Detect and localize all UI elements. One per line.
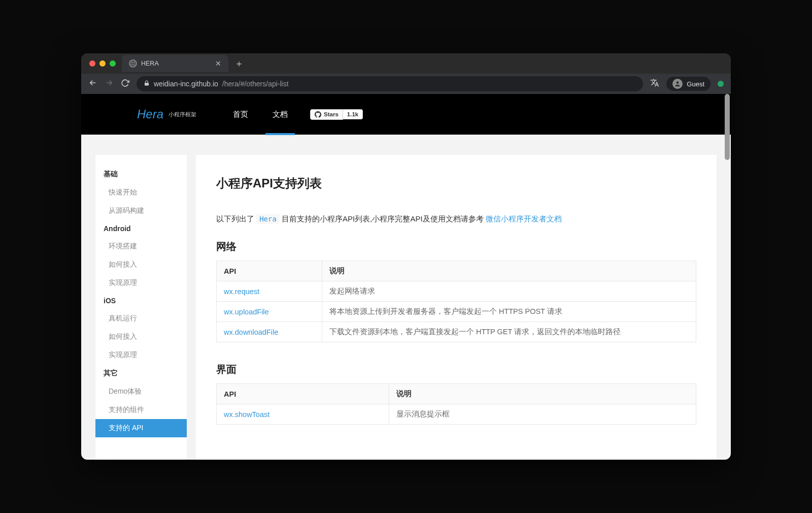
network-table: API 说明 wx.request 发起网络请求 wx.uploadFile 将… [216, 261, 696, 342]
github-count: 1.1k [343, 109, 363, 119]
titlebar: HERA ✕ ＋ [81, 53, 731, 74]
scrollbar-thumb[interactable] [725, 94, 730, 160]
extension-indicator[interactable] [718, 81, 724, 87]
sidebar: 基础 快速开始 从源码构建 Android 环境搭建 如何接入 实现原理 iOS… [95, 155, 187, 460]
th-api: API [217, 384, 389, 404]
close-tab-icon[interactable]: ✕ [215, 59, 221, 68]
sidebar-cat-ios: iOS [95, 292, 187, 309]
intro-code: Hera [256, 214, 280, 224]
intro-prefix: 以下列出了 [216, 214, 256, 223]
section-network-title: 网络 [216, 240, 696, 253]
api-link[interactable]: wx.showToast [217, 404, 389, 425]
profile-button[interactable]: Guest [666, 77, 710, 91]
table-row: wx.showToast 显示消息提示框 [217, 404, 696, 425]
sidebar-item-demo[interactable]: Demo体验 [95, 382, 187, 401]
github-label: Stars [324, 111, 339, 117]
sidebar-item-build-source[interactable]: 从源码构建 [95, 202, 187, 220]
sidebar-cat-android: Android [95, 220, 187, 237]
sidebar-item-android-principle[interactable]: 实现原理 [95, 274, 187, 292]
logo[interactable]: Hera [137, 107, 163, 121]
lock-icon [144, 80, 150, 88]
tab-strip: HERA ✕ ＋ [122, 53, 244, 74]
api-desc: 显示消息提示框 [389, 404, 696, 425]
avatar-icon [672, 79, 683, 89]
profile-label: Guest [687, 80, 704, 88]
th-desc: 说明 [322, 261, 696, 281]
globe-icon [129, 59, 137, 68]
content-area: 基础 快速开始 从源码构建 Android 环境搭建 如何接入 实现原理 iOS… [81, 135, 731, 460]
top-nav: 首页 文档 Stars 1.1k [221, 94, 363, 135]
table-row: wx.request 发起网络请求 [217, 281, 696, 302]
back-button[interactable] [88, 78, 97, 89]
svg-point-1 [676, 81, 679, 84]
page-viewport: Hera 小程序框架 首页 文档 Stars 1.1k 基础 快速开始 从源码构… [81, 94, 731, 460]
github-icon [315, 111, 321, 118]
main-content: 小程序API支持列表 以下列出了 Hera 目前支持的小程序API列表,小程序完… [196, 155, 717, 460]
sidebar-item-ios-integrate[interactable]: 如何接入 [95, 328, 187, 346]
th-desc: 说明 [389, 384, 696, 404]
tab-title: HERA [141, 60, 159, 67]
sidebar-item-android-integrate[interactable]: 如何接入 [95, 255, 187, 274]
api-link[interactable]: wx.request [217, 281, 322, 302]
api-desc: 将本地资源上传到开发者服务器，客户端发起一个 HTTPS POST 请求 [322, 302, 696, 322]
browser-toolbar: weidian-inc.github.io/hera/#/others/api-… [81, 74, 731, 94]
intro-link[interactable]: 微信小程序开发者文档 [486, 214, 562, 223]
minimize-window-button[interactable] [99, 60, 106, 67]
sidebar-item-components[interactable]: 支持的组件 [95, 401, 187, 419]
url-host: weidian-inc.github.io [154, 80, 218, 88]
sidebar-cat-basic: 基础 [95, 165, 187, 183]
section-ui-title: 界面 [216, 363, 696, 376]
traffic-lights [89, 60, 116, 67]
site-header: Hera 小程序框架 首页 文档 Stars 1.1k [81, 94, 731, 135]
logo-subtitle: 小程序框架 [168, 111, 196, 118]
api-link[interactable]: wx.downloadFile [217, 322, 322, 342]
nav-docs[interactable]: 文档 [260, 94, 300, 135]
new-tab-button[interactable]: ＋ [234, 57, 244, 70]
scrollbar-track[interactable] [724, 94, 731, 460]
sidebar-item-ios-principle[interactable]: 实现原理 [95, 346, 187, 364]
browser-tab[interactable]: HERA ✕ [122, 55, 228, 72]
reload-button[interactable] [121, 79, 129, 89]
sidebar-item-quickstart[interactable]: 快速开始 [95, 183, 187, 202]
page-title: 小程序API支持列表 [216, 175, 696, 191]
maximize-window-button[interactable] [110, 60, 116, 67]
api-desc: 下载文件资源到本地，客户端直接发起一个 HTTP GET 请求，返回文件的本地临… [322, 322, 696, 342]
sidebar-item-android-env[interactable]: 环境搭建 [95, 237, 187, 255]
sidebar-item-ios-run[interactable]: 真机运行 [95, 309, 187, 328]
intro-text: 以下列出了 Hera 目前支持的小程序API列表,小程序完整API及使用文档请参… [216, 212, 696, 226]
nav-home[interactable]: 首页 [221, 94, 260, 135]
browser-window: HERA ✕ ＋ weidian-inc.github.io/hera/#/ot… [81, 53, 731, 460]
sidebar-cat-other: 其它 [95, 364, 187, 382]
toolbar-right: Guest [650, 77, 724, 91]
table-row: wx.downloadFile 下载文件资源到本地，客户端直接发起一个 HTTP… [217, 322, 696, 342]
ui-table: API 说明 wx.showToast 显示消息提示框 [216, 383, 696, 425]
api-link[interactable]: wx.uploadFile [217, 302, 322, 322]
intro-middle: 目前支持的小程序API列表,小程序完整API及使用文档请参考 [280, 214, 486, 223]
close-window-button[interactable] [89, 60, 95, 67]
address-bar[interactable]: weidian-inc.github.io/hera/#/others/api-… [137, 76, 643, 91]
th-api: API [217, 261, 322, 281]
api-desc: 发起网络请求 [322, 281, 696, 302]
sidebar-item-api[interactable]: 支持的 API [95, 419, 187, 437]
translate-icon[interactable] [650, 78, 659, 89]
github-stars-badge[interactable]: Stars 1.1k [310, 94, 363, 135]
url-path: /hera/#/others/api-list [222, 80, 289, 88]
forward-button[interactable] [105, 78, 114, 89]
table-row: wx.uploadFile 将本地资源上传到开发者服务器，客户端发起一个 HTT… [217, 302, 696, 322]
